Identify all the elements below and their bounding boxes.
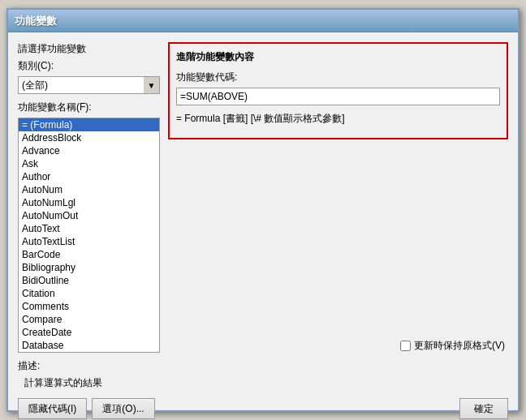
dialog-window: 功能變數 請選擇功能變數 類別(C): (全部) ▼ 功能變數名稱(F): = … <box>6 8 520 412</box>
list-item[interactable]: Comments <box>19 300 159 313</box>
list-item[interactable]: AutoNum <box>19 183 159 196</box>
list-item[interactable]: Advance <box>19 144 159 157</box>
formula-display: = Formula [書籤] [\# 數值顯示格式參數] <box>176 112 500 126</box>
list-item[interactable]: Compare <box>19 313 159 326</box>
advanced-content-box: 進階功能變數內容 功能變數代碼: = Formula [書籤] [\# 數值顯示… <box>168 42 508 139</box>
category-select-wrapper[interactable]: (全部) ▼ <box>18 76 160 94</box>
field-names-listbox[interactable]: = (Formula)AddressBlockAdvanceAskAuthorA… <box>18 118 160 353</box>
description-content: 計算運算式的結果 <box>18 376 508 390</box>
list-item[interactable]: BarCode <box>19 248 159 261</box>
field-codes-button[interactable]: 隱藏代碼(I) <box>18 398 87 419</box>
preserve-format-label: 更新時保持原格式(V) <box>414 339 505 353</box>
list-item[interactable]: Database <box>19 339 159 352</box>
preserve-format-row: 更新時保持原格式(V) <box>400 339 505 353</box>
bottom-buttons: 隱藏代碼(I) 選項(O)... 確定 <box>18 398 508 419</box>
options-button[interactable]: 選項(O)... <box>92 398 154 419</box>
dialog-title: 功能變數 <box>15 14 57 28</box>
top-section: 請選擇功能變數 類別(C): (全部) ▼ 功能變數名稱(F): = (Form… <box>18 42 508 353</box>
list-item[interactable]: Ask <box>19 157 159 170</box>
ok-button[interactable]: 確定 <box>459 398 508 419</box>
listbox-label: 功能變數名稱(F): <box>18 101 160 114</box>
list-item[interactable]: Citation <box>19 287 159 300</box>
description-section: 描述: 計算運算式的結果 <box>18 359 508 390</box>
list-item[interactable]: AutoNumLgl <box>19 196 159 209</box>
list-item[interactable]: AutoNumOut <box>19 209 159 222</box>
list-item[interactable]: BidiOutline <box>19 274 159 287</box>
preserve-format-checkbox[interactable] <box>400 341 411 351</box>
right-panel: 進階功能變數內容 功能變數代碼: = Formula [書籤] [\# 數值顯示… <box>168 42 508 353</box>
list-item[interactable]: = (Formula) <box>19 118 159 131</box>
list-item[interactable]: Bibliography <box>19 261 159 274</box>
category-row: 類別(C): <box>18 59 160 73</box>
section-label: 請選擇功能變數 <box>18 42 160 56</box>
list-item[interactable]: CreateDate <box>19 326 159 339</box>
title-bar: 功能變數 <box>8 10 518 32</box>
description-label: 描述: <box>18 359 508 373</box>
list-item[interactable]: Author <box>19 170 159 183</box>
bottom-left-buttons: 隱藏代碼(I) 選項(O)... <box>18 398 155 419</box>
field-code-input[interactable] <box>176 88 500 105</box>
field-code-label: 功能變數代碼: <box>176 71 500 84</box>
dialog-body: 請選擇功能變數 類別(C): (全部) ▼ 功能變數名稱(F): = (Form… <box>8 32 518 410</box>
left-panel: 請選擇功能變數 類別(C): (全部) ▼ 功能變數名稱(F): = (Form… <box>18 42 160 353</box>
right-options: 更新時保持原格式(V) <box>168 139 508 353</box>
advanced-title: 進階功能變數內容 <box>176 50 500 64</box>
list-item[interactable]: AutoTextList <box>19 235 159 248</box>
category-select[interactable]: (全部) <box>18 76 160 94</box>
list-item[interactable]: AddressBlock <box>19 131 159 144</box>
category-label: 類別(C): <box>18 59 54 73</box>
list-item[interactable]: AutoText <box>19 222 159 235</box>
